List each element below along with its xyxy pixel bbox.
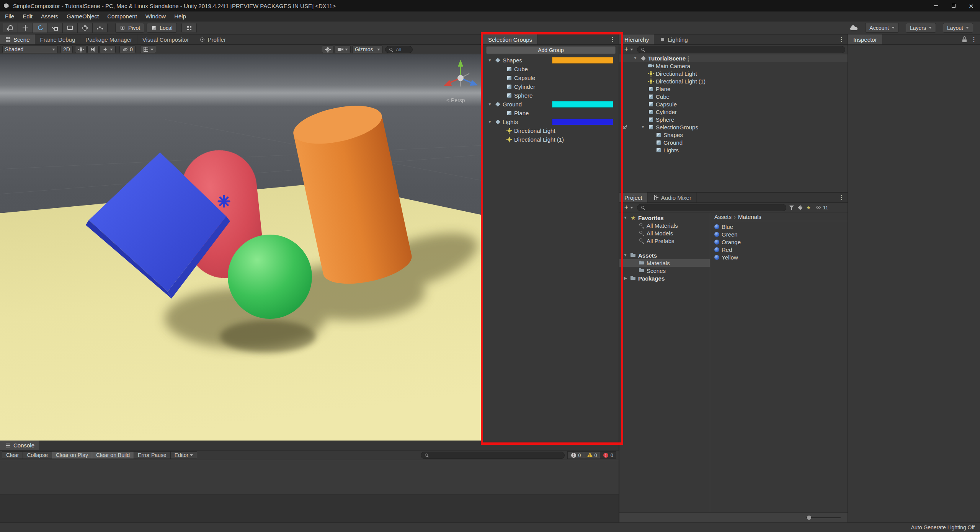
project-folder-row[interactable]: ▶ Packages [619, 274, 710, 282]
tool-button[interactable] [62, 23, 78, 33]
kebab-icon[interactable] [838, 194, 844, 201]
scene-dock-tab[interactable]: Scene [0, 34, 35, 44]
selection-group-row[interactable]: ▼ Shapes [483, 56, 619, 65]
kebab-icon[interactable] [971, 36, 977, 42]
tab-audio-mixer[interactable]: Audio Mixer [648, 193, 697, 202]
hidden-packages-toggle[interactable]: 11 [815, 204, 828, 211]
create-asset-button[interactable] [622, 204, 635, 211]
project-search-input[interactable] [647, 204, 783, 211]
foldout-arrow[interactable]: ▼ [632, 56, 638, 60]
selection-group-row[interactable]: Directional Light [483, 126, 619, 135]
hierarchy-row[interactable]: Plane [619, 85, 848, 93]
tab-inspector[interactable]: Inspector [848, 34, 882, 44]
tab-hierarchy[interactable]: Hierarchy [619, 34, 654, 44]
tab-console[interactable]: Console [0, 441, 40, 450]
asset-row[interactable]: Blue [710, 223, 848, 230]
star-icon[interactable] [805, 204, 812, 211]
local-toggle-button[interactable]: Local [147, 23, 176, 33]
scene-header-row[interactable]: ▼ TutorialScene [619, 54, 848, 62]
foldout-arrow[interactable]: ▼ [622, 216, 628, 220]
kebab-icon[interactable] [685, 56, 691, 62]
gizmos-dropdown[interactable]: Gizmos [352, 46, 383, 53]
tool-button[interactable] [92, 23, 108, 33]
project-folder-row[interactable]: All Prefabs [619, 237, 710, 245]
tool-button[interactable] [47, 23, 63, 33]
foldout-arrow[interactable]: ▼ [487, 103, 493, 106]
menu-item[interactable]: Help [170, 11, 190, 21]
scene-search-input[interactable] [395, 46, 409, 53]
console-search-input[interactable] [431, 452, 561, 459]
eye-off-icon[interactable] [622, 125, 627, 129]
tag-icon[interactable] [797, 204, 803, 211]
tool-button[interactable] [33, 23, 48, 33]
create-object-button[interactable] [622, 46, 635, 53]
hierarchy-row[interactable]: Cube [619, 93, 848, 100]
add-group-button[interactable]: Add Group [486, 46, 616, 54]
close-button[interactable] [962, 0, 980, 11]
group-color-swatch[interactable] [552, 119, 613, 125]
scene-lighting-toggle[interactable] [75, 46, 87, 53]
auto-generate-lighting-status[interactable]: Auto Generate Lighting Off [911, 524, 975, 530]
menu-item[interactable]: Window [141, 11, 170, 21]
minimize-button[interactable] [927, 0, 945, 11]
2d-toggle-button[interactable]: 2D [60, 46, 73, 53]
project-folder-row[interactable]: Materials [619, 259, 710, 267]
console-detail-pane[interactable] [0, 494, 619, 522]
selection-group-row[interactable]: Directional Light (1) [483, 135, 619, 144]
kebab-icon[interactable] [838, 36, 844, 42]
menu-item[interactable]: File [1, 11, 18, 21]
console-toolbar-button[interactable]: Clear [2, 451, 23, 459]
console-toolbar-button[interactable]: Error Pause [134, 451, 171, 459]
tab-lighting[interactable]: Lighting [654, 34, 693, 44]
group-color-swatch[interactable] [552, 57, 613, 64]
selection-group-row[interactable]: Plane [483, 109, 619, 117]
tab-selection-groups[interactable]: Selection Groups [483, 34, 537, 44]
scene-audio-toggle[interactable] [87, 46, 99, 53]
project-folder-row[interactable]: ▼ Assets [619, 251, 710, 259]
scene-effects-dropdown[interactable] [100, 46, 116, 53]
asset-row[interactable]: Red [710, 246, 848, 253]
asset-row[interactable]: Yellow [710, 253, 848, 261]
console-toolbar-button[interactable]: Clear on Build [92, 451, 134, 459]
selection-group-row[interactable]: Sphere [483, 91, 619, 100]
menu-item[interactable]: Assets [37, 11, 62, 21]
account-dropdown[interactable]: Account [865, 23, 899, 33]
funnel-icon[interactable] [789, 204, 795, 211]
slider-handle[interactable] [807, 516, 811, 520]
project-folder-row[interactable]: Scenes [619, 267, 710, 274]
console-log-list[interactable] [0, 460, 619, 494]
hierarchy-row[interactable]: Lights [619, 146, 848, 154]
scene-visibility-toggle[interactable]: 0 [119, 46, 136, 53]
hierarchy-row[interactable]: ▼ SelectionGroups [619, 123, 848, 131]
kebab-icon[interactable] [609, 36, 616, 42]
hierarchy-row[interactable]: Capsule [619, 100, 848, 108]
hierarchy-row[interactable]: Shapes [619, 131, 848, 139]
selection-group-row[interactable]: Capsule [483, 73, 619, 82]
tab-project[interactable]: Project [619, 193, 648, 202]
selection-group-row[interactable]: ▼ Ground [483, 100, 619, 109]
foldout-arrow[interactable]: ▼ [640, 125, 646, 129]
cloud-icon[interactable] [849, 25, 858, 31]
scene-dock-tab[interactable]: Visual Compositor [137, 34, 194, 44]
foldout-arrow[interactable]: ▼ [487, 59, 493, 62]
scene-dock-tab[interactable]: Package Manager [80, 34, 137, 44]
warning-count-toggle[interactable]: 0 [584, 451, 600, 459]
tool-button[interactable] [3, 23, 18, 33]
hierarchy-row[interactable]: Ground [619, 139, 848, 146]
console-toolbar-button[interactable]: Clear on Play [52, 451, 92, 459]
error-count-toggle[interactable]: 0 [600, 451, 616, 459]
breadcrumb-root[interactable]: Assets [714, 214, 732, 220]
grid-snap-button[interactable] [181, 23, 197, 33]
hierarchy-row[interactable]: Main Camera [619, 62, 848, 70]
layout-dropdown[interactable]: Layout [943, 23, 973, 33]
tool-button[interactable] [77, 23, 93, 33]
scene-viewport[interactable]: < Persp [0, 54, 483, 441]
sphere-object[interactable] [228, 235, 312, 319]
group-color-swatch[interactable] [552, 101, 613, 108]
asset-row[interactable]: Green [710, 230, 848, 238]
scene-camera-dropdown[interactable] [335, 46, 351, 53]
hierarchy-row[interactable]: Sphere [619, 116, 848, 123]
asset-row[interactable]: Orange [710, 238, 848, 246]
scene-dock-tab[interactable]: Profiler [194, 34, 231, 44]
hierarchy-row[interactable]: Directional Light [619, 70, 848, 77]
